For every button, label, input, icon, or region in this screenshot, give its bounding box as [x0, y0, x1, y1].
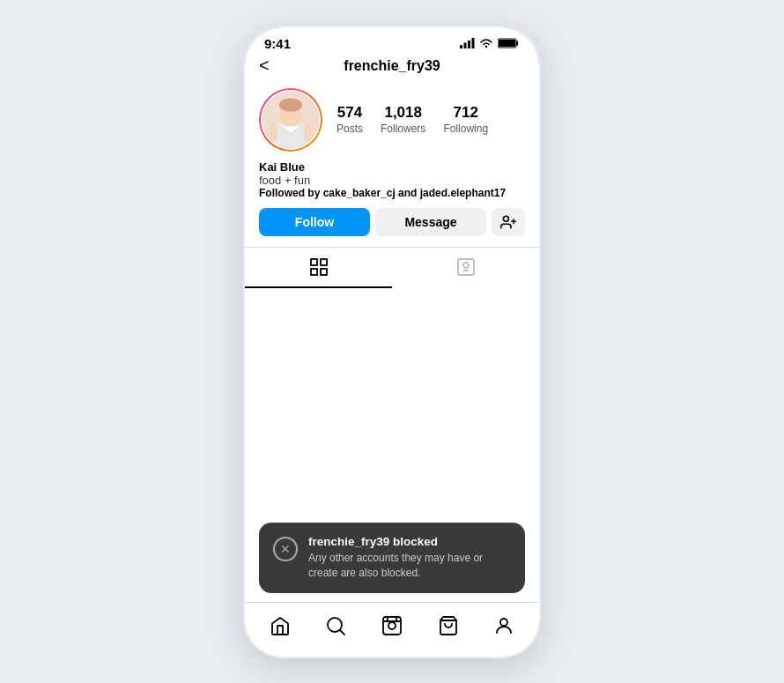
profile-top: 574 Posts 1,018 Followers 712 Following [259, 88, 525, 152]
toast-body: Any other accounts they may have or crea… [308, 551, 511, 581]
header: < frenchie_fry39 [245, 55, 539, 81]
add-person-icon [500, 214, 516, 230]
battery-icon [498, 38, 520, 48]
back-button[interactable]: < [259, 56, 270, 76]
wifi-icon [479, 38, 493, 48]
toast-icon: ✕ [273, 537, 298, 561]
svg-point-25 [388, 622, 396, 629]
shop-icon [438, 615, 459, 636]
nav-reels[interactable] [373, 606, 411, 645]
svg-point-30 [500, 619, 507, 626]
svg-point-4 [485, 46, 487, 48]
toast-notification: ✕ frenchie_fry39 blocked Any other accou… [259, 523, 525, 593]
bio-section: Kai Blue food + fun Followed by cake_bak… [259, 160, 525, 199]
svg-rect-19 [321, 269, 327, 275]
toast-title: frenchie_fry39 blocked [308, 535, 511, 548]
svg-rect-1 [464, 43, 467, 49]
following-label: Following [443, 122, 488, 135]
svg-rect-16 [311, 259, 317, 265]
reels-icon [381, 615, 403, 636]
followers-number: 1,018 [384, 104, 422, 122]
svg-rect-6 [499, 40, 515, 47]
svg-rect-20 [458, 259, 474, 275]
bio-text: food + fun [259, 174, 525, 187]
status-bar: 9:41 [245, 27, 539, 55]
profile-section: 574 Posts 1,018 Followers 712 Following … [245, 81, 539, 236]
nav-profile[interactable] [484, 606, 523, 645]
content-area [245, 288, 539, 535]
nav-home[interactable] [261, 606, 300, 645]
stat-posts[interactable]: 574 Posts [337, 104, 363, 134]
svg-rect-2 [468, 41, 470, 48]
bio-name: Kai Blue [259, 160, 525, 174]
stat-following[interactable]: 712 Following [443, 104, 488, 134]
stats-row: 574 Posts 1,018 Followers 712 Following [337, 104, 488, 134]
svg-point-21 [463, 263, 469, 268]
toast-text: frenchie_fry39 blocked Any other account… [308, 535, 511, 581]
status-time: 9:41 [264, 36, 291, 51]
tabs [245, 247, 539, 288]
svg-point-10 [279, 98, 302, 111]
svg-rect-24 [383, 617, 401, 635]
tab-grid[interactable] [245, 248, 392, 288]
close-circle-icon: ✕ [280, 542, 291, 556]
following-number: 712 [454, 104, 478, 122]
svg-rect-3 [472, 38, 475, 48]
svg-rect-17 [321, 259, 327, 265]
follower-and: and [396, 187, 420, 199]
search-icon [325, 615, 346, 636]
follower2[interactable]: jaded.elephant17 [420, 187, 506, 199]
posts-number: 574 [337, 104, 362, 122]
follower1[interactable]: cake_baker_cj [323, 187, 396, 199]
nav-shop[interactable] [429, 606, 468, 645]
message-button[interactable]: Message [375, 208, 486, 236]
signal-icon [460, 38, 475, 48]
tagged-icon [455, 256, 477, 278]
follow-button[interactable]: Follow [259, 208, 370, 236]
svg-rect-0 [460, 45, 462, 48]
grid-icon [308, 256, 329, 278]
tab-tagged[interactable] [392, 248, 539, 288]
home-icon [270, 615, 291, 636]
posts-label: Posts [337, 122, 363, 135]
bio-followed-by: Followed by cake_baker_cj and jaded.elep… [259, 187, 525, 199]
bottom-nav [245, 602, 539, 657]
action-buttons: Follow Message [259, 208, 525, 236]
phone-frame: 9:41 < fre [242, 25, 542, 659]
svg-rect-18 [311, 269, 317, 275]
svg-line-23 [340, 630, 344, 635]
header-username: frenchie_fry39 [344, 58, 440, 74]
followed-by-prefix: Followed by [259, 187, 323, 199]
add-person-button[interactable] [492, 208, 525, 236]
svg-rect-11 [270, 122, 277, 141]
svg-point-13 [503, 216, 508, 221]
status-icons [460, 38, 520, 48]
avatar-svg [263, 90, 319, 150]
stat-followers[interactable]: 1,018 Followers [381, 104, 425, 134]
nav-search[interactable] [316, 606, 355, 645]
avatar-image [263, 92, 319, 148]
avatar [261, 90, 321, 150]
svg-rect-12 [304, 122, 312, 141]
avatar-wrapper [259, 88, 322, 152]
profile-icon [493, 615, 514, 636]
followers-label: Followers [381, 122, 425, 135]
